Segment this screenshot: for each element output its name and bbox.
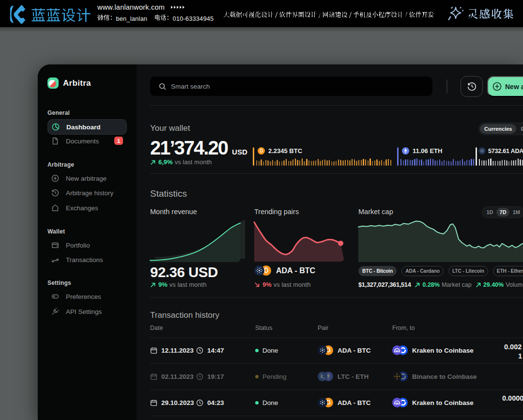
trending-pair: ADA - BTC (254, 265, 315, 276)
sidebar-item-api-settings[interactable]: API Settings (47, 304, 127, 319)
volume-pct: 29.40% (483, 281, 504, 288)
eth-amount: 11.06 ETH (413, 147, 442, 155)
trending-pairs-chart (254, 221, 344, 262)
eth-accent-line (397, 147, 399, 166)
clock-icon (196, 399, 203, 406)
time-cell: 19:17 (196, 371, 224, 382)
inspiration-block[interactable] (447, 5, 515, 21)
date-cell: 12.11.2023 (150, 345, 194, 356)
ltc-icon (318, 372, 327, 381)
trend-up-icon (150, 159, 156, 165)
website-url[interactable]: www.lanlanwork.com (97, 3, 165, 11)
time-cell: 04:23 (196, 397, 224, 408)
history-button[interactable] (461, 76, 483, 97)
search-input[interactable] (171, 83, 403, 90)
sidebar-item-preferences[interactable]: Preferences (47, 289, 127, 304)
table-row[interactable]: 12.11.2023 14:47 Done ADA - BTC Kraken t… (137, 345, 523, 356)
route-text: Kraken to Coinbase (412, 347, 474, 354)
binance-coinbase-icon (392, 372, 408, 381)
ada-btc-pair-icon (318, 345, 333, 355)
pie-chart-icon (52, 123, 60, 131)
market-cap-value: $1,327,027,361,514 (358, 281, 411, 288)
pair-text: ADA - BTC (338, 347, 371, 354)
section-divider (150, 105, 523, 106)
route-cell: Kraken to Coinbase (392, 397, 474, 408)
ada-btc-pair-icon (318, 398, 333, 407)
sidebar: Arbitra General Dashboard Documents 1 Ar… (38, 64, 137, 420)
toolbar-divider (446, 79, 447, 93)
btc-icon (258, 147, 265, 155)
search-bar[interactable] (150, 77, 432, 96)
sidebar-item-label: Arbitrage history (66, 189, 113, 197)
wallet-icon (51, 241, 59, 249)
market-cap-chart (358, 219, 523, 262)
route-cell: Binance to Coinbase (392, 371, 477, 382)
column-header-status: Status (255, 325, 272, 331)
trending-pairs-trend: 9% vs last month (254, 281, 310, 288)
wechat-label (97, 13, 116, 22)
trending-pairs-label: Trending pairs (254, 208, 299, 216)
trend-down-icon (254, 282, 260, 288)
calendar-icon (150, 399, 157, 406)
trend-up-icon (150, 282, 156, 288)
sidebar-item-portfolio[interactable]: Portfolio (47, 237, 127, 253)
pill-ltc-litecoin[interactable]: LTC - Litecoin (448, 266, 488, 276)
pill-eth-ethereum[interactable]: ETH - Ethereum (493, 266, 523, 276)
row-divider (150, 363, 523, 364)
app-name: Arbitra (63, 78, 91, 88)
sidebar-item-label: Preferences (66, 293, 101, 300)
wallet-trend: 6,9% vs last month (150, 158, 212, 166)
pill-ada-cardano[interactable]: ADA - Cardano (401, 266, 444, 276)
page: www.lanlanwork.com ben_lanlan 010-633349… (0, 0, 523, 420)
history-icon (467, 81, 477, 92)
range-selector: 1D 7D 1M (482, 206, 523, 218)
market-cap-stats: $1,327,027,361,514 0.28% Market cap 29.4… (358, 281, 523, 288)
range-1d[interactable]: 1D (483, 208, 496, 217)
phone-label (154, 13, 172, 22)
transaction-history-title: Transaction history (150, 311, 219, 320)
row-divider (150, 389, 523, 390)
column-header-pair: Pair (318, 325, 328, 331)
btc-sparkline (256, 158, 391, 166)
market-cap-label: Market cap (358, 208, 393, 216)
section-label-settings: Settings (47, 280, 71, 286)
sidebar-item-arbitrage-history[interactable]: Arbitrage history (47, 185, 127, 201)
pill-btc-bitcoin[interactable]: BTC - Bitcoin (358, 266, 397, 276)
clock-icon (196, 373, 203, 380)
row-divider (150, 416, 523, 416)
ada-icon (318, 398, 327, 407)
contact-line: ben_lanlan 010-63334945 (97, 13, 214, 22)
route-text: Binance to Coinbase (412, 373, 477, 380)
range-1m[interactable]: 1M (509, 208, 523, 217)
inspiration-text (467, 5, 515, 21)
sidebar-item-dashboard[interactable]: Dashboard (47, 119, 127, 135)
brand (8, 2, 91, 25)
month-revenue-trend: 9% vs last month (150, 281, 206, 288)
wallet-title: Your wallet (150, 124, 190, 133)
sidebar-item-label: Transactions (66, 256, 103, 264)
market-cap-pct: 0.28% (422, 281, 439, 288)
range-7d[interactable]: 7D (496, 208, 509, 217)
table-row[interactable]: 29.10.2023 04:23 Done ADA - BTC Kraken t… (137, 397, 523, 408)
binance-icon (392, 372, 402, 381)
calendar-icon (150, 347, 157, 354)
promo-banner: www.lanlanwork.com ben_lanlan 010-633349… (0, 0, 523, 27)
sidebar-item-exchanges[interactable]: Exchanges (47, 200, 127, 216)
kraken-coinbase-icon (392, 398, 408, 407)
amount-value: 0.0000 (502, 394, 523, 402)
sidebar-item-transactions[interactable]: Transactions (47, 252, 127, 267)
tab-exchanges[interactable]: Exchanges (516, 124, 523, 134)
table-row[interactable]: 02.11.2023 19:17 Pending LTC - ETH Binan… (137, 371, 523, 382)
tab-currencies[interactable]: Currencies (480, 124, 516, 134)
sidebar-item-label: API Settings (66, 308, 102, 315)
date-cell: 02.11.2023 (150, 371, 194, 382)
document-icon (51, 137, 59, 145)
new-arbitrage-button[interactable]: New arbitrage (487, 76, 523, 97)
btc-accent-line (253, 147, 254, 166)
sidebar-item-label: New arbitrage (66, 175, 107, 182)
balance-text: 21’374.20 (150, 137, 228, 158)
sidebar-item-documents[interactable]: Documents 1 (47, 133, 127, 149)
sidebar-item-new-arbitrage[interactable]: New arbitrage (47, 171, 127, 186)
sidebar-item-label: Portfolio (66, 242, 90, 249)
kraken-icon (392, 345, 402, 355)
